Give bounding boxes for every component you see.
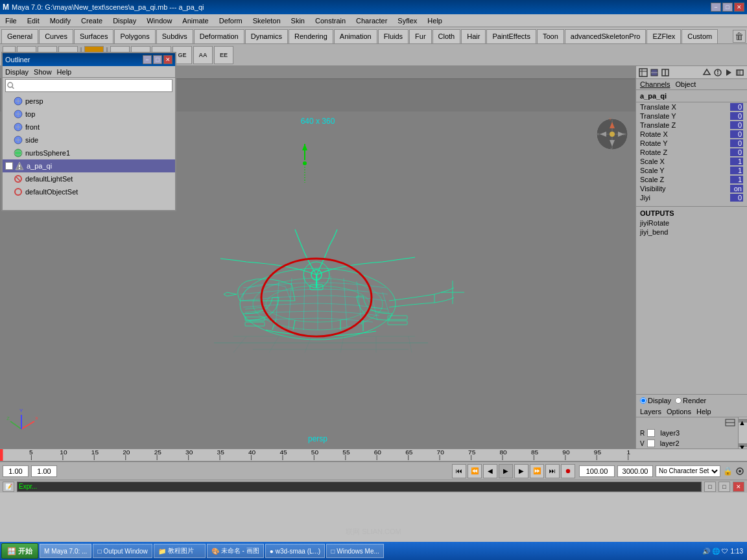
menu-window[interactable]: Window bbox=[144, 16, 174, 25]
prev-frame-button[interactable]: ◀ bbox=[483, 464, 497, 478]
taskbar-output[interactable]: □ Output Window bbox=[93, 544, 152, 558]
tab-dynamics[interactable]: Dynamics bbox=[245, 29, 288, 43]
menu-skin[interactable]: Skin bbox=[289, 16, 307, 25]
tab-rendering[interactable]: Rendering bbox=[289, 29, 333, 43]
tab-delete-button[interactable]: 🗑 bbox=[733, 30, 746, 43]
tab-surfaces[interactable]: Surfaces bbox=[74, 29, 113, 43]
tree-item-nurbssphere[interactable]: nurbsSphere1 bbox=[3, 146, 175, 159]
tab-fluids[interactable]: Fluids bbox=[378, 29, 409, 43]
tab-polygons[interactable]: Polygons bbox=[114, 29, 155, 43]
panel-icon-3[interactable] bbox=[661, 68, 670, 77]
goto-end-button[interactable]: ⏭ bbox=[545, 464, 560, 478]
start-button[interactable]: 🪟 开始 bbox=[1, 543, 38, 559]
settings-icon[interactable] bbox=[735, 467, 744, 476]
max-frame-input[interactable] bbox=[617, 465, 653, 477]
minimize-button[interactable]: − bbox=[711, 3, 721, 12]
status-close-btn[interactable]: ✕ bbox=[733, 482, 744, 492]
menu-constrain[interactable]: Constrain bbox=[313, 16, 348, 25]
object-tab[interactable]: Object bbox=[675, 80, 696, 88]
tree-item-front[interactable]: front bbox=[3, 121, 175, 134]
outliner-menu-display[interactable]: Display bbox=[5, 68, 29, 76]
menu-syflex[interactable]: Syflex bbox=[395, 16, 420, 25]
a-pa-qi-expand[interactable]: + bbox=[5, 162, 13, 170]
panel-icon-2[interactable] bbox=[650, 68, 659, 77]
tab-advancedskeleton[interactable]: advancedSkeletonPro bbox=[565, 29, 646, 43]
layers-menu-layers[interactable]: Layers bbox=[640, 408, 661, 415]
output-jiyi-bend[interactable]: jiyi_bend bbox=[640, 228, 743, 237]
tab-general[interactable]: General bbox=[1, 29, 38, 43]
layers-menu-options[interactable]: Options bbox=[667, 408, 691, 415]
panel-action-icon-1[interactable] bbox=[702, 68, 711, 77]
outliner-minimize[interactable]: − bbox=[143, 55, 152, 64]
tab-painteffects[interactable]: PaintEffects bbox=[486, 29, 536, 43]
taskbar-maya[interactable]: M Maya 7.0: ... bbox=[40, 544, 91, 558]
scroll-down-btn[interactable]: ▼ bbox=[739, 443, 747, 447]
channels-tab[interactable]: Channels bbox=[640, 80, 670, 88]
menu-skeleton[interactable]: Skeleton bbox=[250, 16, 283, 25]
tab-animation[interactable]: Animation bbox=[334, 29, 377, 43]
play-button[interactable]: ▶ bbox=[499, 464, 513, 478]
tab-toon[interactable]: Toon bbox=[537, 29, 564, 43]
layer2-checkbox[interactable] bbox=[647, 439, 655, 447]
step-back-button[interactable]: ⏪ bbox=[468, 464, 482, 478]
record-button[interactable]: ⏺ bbox=[561, 464, 575, 478]
tree-item-defaultobjectset[interactable]: defaultObjectSet bbox=[3, 185, 175, 198]
step-forward-button[interactable]: ⏩ bbox=[530, 464, 544, 478]
tab-subdivs[interactable]: Subdivs bbox=[156, 29, 193, 43]
display-radio[interactable]: Display bbox=[640, 397, 671, 404]
status-btn-1[interactable]: □ bbox=[704, 482, 716, 492]
timeline-ruler[interactable]: 5 10 15 20 25 30 35 40 45 50 5 bbox=[0, 449, 747, 461]
outliner-search-input[interactable] bbox=[16, 82, 171, 89]
layer3-checkbox[interactable] bbox=[647, 429, 655, 437]
tab-hair[interactable]: Hair bbox=[461, 29, 486, 43]
current-frame-end-input[interactable] bbox=[31, 465, 57, 477]
tree-item-persp[interactable]: persp bbox=[3, 95, 175, 108]
script-toggle-btn[interactable]: 📝 bbox=[3, 482, 14, 492]
menu-help[interactable]: Help bbox=[425, 16, 445, 25]
menu-animate[interactable]: Animate bbox=[180, 16, 211, 25]
panel-action-icon-3[interactable] bbox=[724, 68, 733, 77]
menu-file[interactable]: File bbox=[3, 16, 19, 25]
tab-fur[interactable]: Fur bbox=[409, 29, 432, 43]
tab-deformation[interactable]: Deformation bbox=[194, 29, 244, 43]
menu-display[interactable]: Display bbox=[110, 16, 139, 25]
render-radio[interactable]: Render bbox=[675, 397, 706, 404]
output-jiyirotate[interactable]: jiyiRotate bbox=[640, 218, 743, 228]
panel-icon-1[interactable] bbox=[639, 68, 648, 77]
tree-item-top[interactable]: top bbox=[3, 108, 175, 121]
toolbar-btn-aa[interactable]: AA bbox=[193, 46, 213, 64]
goto-start-button[interactable]: ⏮ bbox=[452, 464, 466, 478]
current-frame-start-input[interactable] bbox=[3, 465, 29, 477]
taskbar-w3d[interactable]: ● w3d-smaa (L...) bbox=[265, 544, 326, 558]
tab-custom[interactable]: Custom bbox=[682, 29, 718, 43]
outliner-close[interactable]: ✕ bbox=[163, 55, 172, 64]
menu-edit[interactable]: Edit bbox=[25, 16, 42, 25]
menu-character[interactable]: Character bbox=[353, 16, 390, 25]
lock-icon[interactable]: 🔒 bbox=[723, 467, 733, 476]
outliner-menu-help[interactable]: Help bbox=[57, 68, 72, 76]
script-input-field[interactable]: Expr... bbox=[17, 482, 702, 492]
maximize-button[interactable]: □ bbox=[722, 3, 733, 12]
taskbar-tutorials[interactable]: 📁 教程图片 bbox=[154, 544, 206, 558]
menu-modify[interactable]: Modify bbox=[47, 16, 73, 25]
close-button[interactable]: ✕ bbox=[734, 3, 744, 12]
panel-action-icon-4[interactable] bbox=[735, 68, 744, 77]
outliner-menu-show[interactable]: Show bbox=[34, 68, 52, 76]
tree-item-side[interactable]: side bbox=[3, 134, 175, 146]
status-btn-2[interactable]: □ bbox=[718, 482, 730, 492]
taskbar-windows[interactable]: □ Windows Me... bbox=[326, 544, 384, 558]
tree-item-defaultlightset[interactable]: defaultLightSet bbox=[3, 172, 175, 185]
tab-curves[interactable]: Curves bbox=[39, 29, 73, 43]
panel-action-icon-2[interactable] bbox=[713, 68, 722, 77]
end-frame-input[interactable] bbox=[579, 465, 615, 477]
tree-item-a-pa-qi[interactable]: + a_pa_qi bbox=[3, 159, 175, 172]
layers-menu-help[interactable]: Help bbox=[696, 408, 711, 415]
tab-ezflex[interactable]: EZFlex bbox=[646, 29, 681, 43]
tab-cloth[interactable]: Cloth bbox=[433, 29, 461, 43]
next-frame-button[interactable]: ▶ bbox=[514, 464, 528, 478]
character-set-select[interactable]: No Character Set bbox=[656, 465, 720, 477]
toolbar-btn-ee[interactable]: EE bbox=[214, 46, 233, 64]
outliner-maximize[interactable]: □ bbox=[153, 55, 162, 64]
layers-action-icon[interactable] bbox=[725, 418, 735, 427]
menu-create[interactable]: Create bbox=[78, 16, 105, 25]
